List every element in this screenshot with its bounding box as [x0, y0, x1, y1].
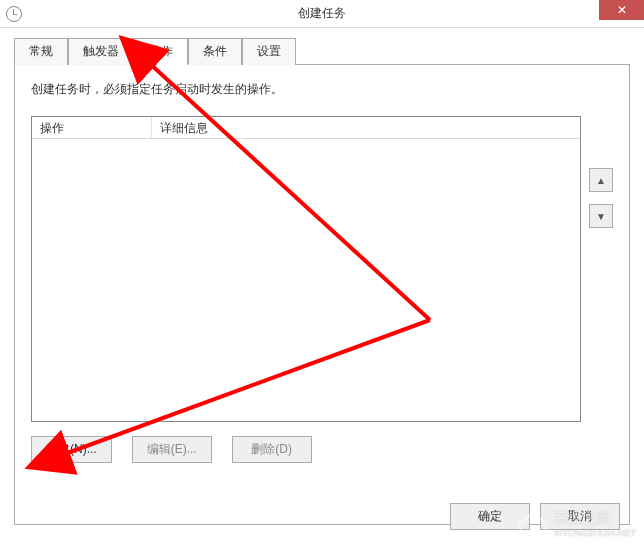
tab-panel-actions: 创建任务时，必须指定任务启动时发生的操作。 操作 详细信息 ▲ ▼ 新建(N).…	[14, 65, 630, 525]
tab-label: 设置	[257, 44, 281, 58]
tab-settings[interactable]: 设置	[242, 38, 296, 65]
tab-strip: 常规 触发器 操作 条件 设置	[14, 38, 630, 65]
move-up-button[interactable]: ▲	[589, 168, 613, 192]
grid-body[interactable]	[32, 139, 580, 421]
tab-conditions[interactable]: 条件	[188, 38, 242, 65]
column-action[interactable]: 操作	[32, 117, 152, 138]
chevron-up-icon: ▲	[596, 175, 606, 186]
delete-button[interactable]: 删除(D)	[232, 436, 312, 463]
reorder-buttons: ▲ ▼	[589, 116, 613, 422]
tab-label: 操作	[149, 44, 173, 58]
tab-label: 触发器	[83, 44, 119, 58]
actions-grid[interactable]: 操作 详细信息	[31, 116, 581, 422]
close-button[interactable]: ✕	[599, 0, 644, 20]
tab-label: 常规	[29, 44, 53, 58]
grid-header: 操作 详细信息	[32, 117, 580, 139]
tab-triggers[interactable]: 触发器	[68, 38, 134, 65]
tab-label: 条件	[203, 44, 227, 58]
chevron-down-icon: ▼	[596, 211, 606, 222]
new-button[interactable]: 新建(N)...	[31, 436, 112, 463]
panel-description: 创建任务时，必须指定任务启动时发生的操作。	[31, 81, 613, 98]
clock-icon	[6, 6, 22, 22]
content-area: 常规 触发器 操作 条件 设置 创建任务时，必须指定任务启动时发生的操作。 操作…	[0, 28, 644, 535]
action-buttons-row: 新建(N)... 编辑(E)... 删除(D)	[31, 436, 613, 463]
close-icon: ✕	[617, 3, 627, 17]
edit-button[interactable]: 编辑(E)...	[132, 436, 212, 463]
cancel-button[interactable]: 取消	[540, 503, 620, 530]
tab-actions[interactable]: 操作	[134, 38, 188, 65]
window-title: 创建任务	[298, 5, 346, 22]
move-down-button[interactable]: ▼	[589, 204, 613, 228]
dialog-footer: 确定 取消	[450, 503, 620, 530]
titlebar: 创建任务 ✕	[0, 0, 644, 28]
tab-general[interactable]: 常规	[14, 38, 68, 65]
column-details[interactable]: 详细信息	[152, 117, 580, 138]
grid-wrap: 操作 详细信息 ▲ ▼	[31, 116, 613, 422]
ok-button[interactable]: 确定	[450, 503, 530, 530]
